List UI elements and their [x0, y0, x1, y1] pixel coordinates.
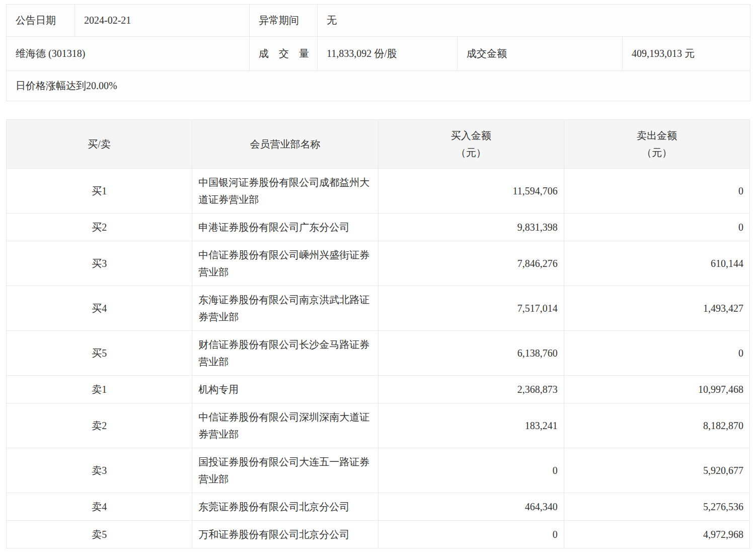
sell-amount-cell: 4,972,968: [564, 521, 749, 548]
table-row: 买3 中信证券股份有限公司嵊州兴盛街证券营业部 7,846,276 610,14…: [7, 241, 750, 286]
turnover-label: 成交金额: [458, 37, 623, 71]
branch-cell: 国投证券股份有限公司大连五一路证券营业部: [192, 448, 378, 493]
table-row: 卖1 机构专用 2,368,873 10,997,468: [7, 376, 750, 403]
side-cell: 买4: [7, 286, 192, 331]
sell-amount-cell: 1,493,427: [564, 286, 749, 331]
branch-cell: 财信证券股份有限公司长沙金马路证券营业部: [192, 331, 378, 376]
table-row: 买1 中国银河证券股份有限公司成都益州大道证券营业部 11,594,706 0: [7, 169, 750, 214]
buy-amount-cell: 0: [378, 521, 564, 548]
buy-amount-cell: 7,517,014: [378, 286, 564, 331]
sell-amount-cell: 0: [564, 214, 749, 241]
sell-amount-cell: 10,997,468: [564, 376, 749, 403]
table-row: 卖4 东莞证券股份有限公司北京分公司 464,340 5,276,536: [7, 493, 750, 521]
sell-amount-cell: 0: [564, 169, 749, 214]
side-cell: 买3: [7, 241, 192, 286]
security-name: 维海德 (301318): [7, 37, 250, 71]
buy-amount-header-line1: 买入金额: [385, 127, 558, 144]
table-row: 买2 申港证券股份有限公司广东分公司 9,831,398 0: [7, 214, 750, 241]
sell-amount-header-line2: （元）: [570, 144, 743, 161]
side-cell: 卖2: [7, 403, 192, 448]
side-cell: 卖3: [7, 448, 192, 493]
column-header-buy-amount: 买入金额 （元）: [378, 120, 564, 169]
table-row: 卖3 国投证券股份有限公司大连五一路证券营业部 0 5,920,677: [7, 448, 750, 493]
side-cell: 买1: [7, 169, 192, 214]
turnover-value: 409,193,013 元: [623, 37, 750, 71]
column-header-branch: 会员营业部名称: [192, 120, 378, 169]
sell-amount-cell: 5,920,677: [564, 448, 749, 493]
abnormal-period-value: 无: [318, 5, 750, 37]
column-header-side: 买/卖: [7, 120, 192, 169]
buy-amount-header-line2: （元）: [385, 144, 558, 161]
buy-amount-cell: 11,594,706: [378, 169, 564, 214]
volume-label: 成 交 量: [250, 37, 318, 71]
volume-value: 11,833,092 份/股: [318, 37, 458, 71]
announce-date-label: 公告日期: [7, 5, 75, 37]
branch-cell: 申港证券股份有限公司广东分公司: [192, 214, 378, 241]
summary-table: 公告日期 2024-02-21 异常期间 无 维海德 (301318) 成 交 …: [6, 4, 750, 101]
table-row: 买4 东海证券股份有限公司南京洪武北路证券营业部 7,517,014 1,493…: [7, 286, 750, 331]
buy-amount-cell: 0: [378, 448, 564, 493]
buy-amount-cell: 6,138,760: [378, 331, 564, 376]
table-row: 买5 财信证券股份有限公司长沙金马路证券营业部 6,138,760 0: [7, 331, 750, 376]
branch-cell: 中国银河证券股份有限公司成都益州大道证券营业部: [192, 169, 378, 214]
table-row: 卖5 万和证券股份有限公司北京分公司 0 4,972,968: [7, 521, 750, 548]
side-cell: 买2: [7, 214, 192, 241]
column-header-sell-amount: 卖出金额 （元）: [564, 120, 749, 169]
summary-row-reason: 日价格涨幅达到20.00%: [7, 71, 750, 101]
side-cell: 卖4: [7, 493, 192, 521]
buy-amount-cell: 7,846,276: [378, 241, 564, 286]
abnormal-period-label: 异常期间: [250, 5, 318, 37]
side-cell: 买5: [7, 331, 192, 376]
broker-table: 买/卖 会员营业部名称 买入金额 （元） 卖出金额 （元） 买1 中国银河证券股…: [6, 119, 750, 548]
branch-cell: 中信证券股份有限公司嵊州兴盛街证券营业部: [192, 241, 378, 286]
side-cell: 卖5: [7, 521, 192, 548]
broker-table-header-row: 买/卖 会员营业部名称 买入金额 （元） 卖出金额 （元）: [7, 120, 750, 169]
sell-amount-header-line1: 卖出金额: [570, 127, 743, 144]
branch-cell: 中信证券股份有限公司深圳深南大道证券营业部: [192, 403, 378, 448]
buy-amount-cell: 9,831,398: [378, 214, 564, 241]
sell-amount-cell: 8,182,870: [564, 403, 749, 448]
summary-row-announcement: 公告日期 2024-02-21 异常期间 无: [7, 5, 750, 37]
branch-cell: 东海证券股份有限公司南京洪武北路证券营业部: [192, 286, 378, 331]
abnormal-reason: 日价格涨幅达到20.00%: [7, 71, 750, 101]
branch-cell: 东莞证券股份有限公司北京分公司: [192, 493, 378, 521]
summary-row-security: 维海德 (301318) 成 交 量 11,833,092 份/股 成交金额 4…: [7, 37, 750, 71]
buy-amount-cell: 464,340: [378, 493, 564, 521]
buy-amount-cell: 2,368,873: [378, 376, 564, 403]
side-cell: 卖1: [7, 376, 192, 403]
branch-cell: 万和证券股份有限公司北京分公司: [192, 521, 378, 548]
sell-amount-cell: 610,144: [564, 241, 749, 286]
buy-amount-cell: 183,241: [378, 403, 564, 448]
table-row: 卖2 中信证券股份有限公司深圳深南大道证券营业部 183,241 8,182,8…: [7, 403, 750, 448]
sell-amount-cell: 0: [564, 331, 749, 376]
branch-cell: 机构专用: [192, 376, 378, 403]
sell-amount-cell: 5,276,536: [564, 493, 749, 521]
announce-date-value: 2024-02-21: [75, 5, 250, 37]
